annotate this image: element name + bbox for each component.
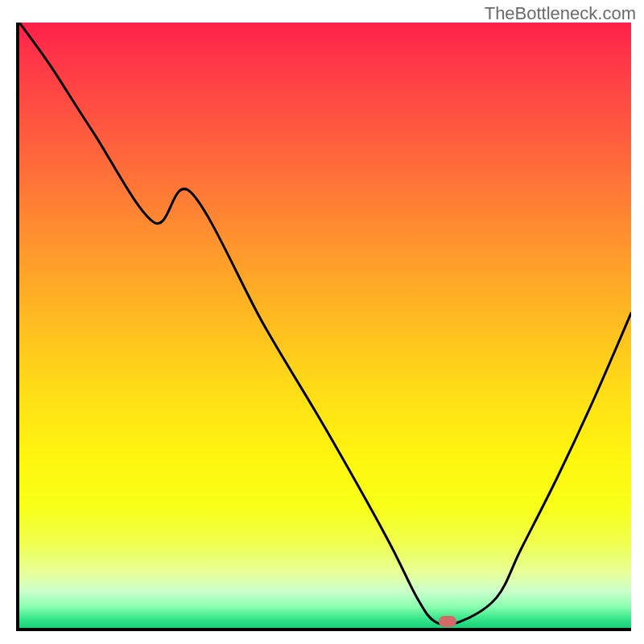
plot-area xyxy=(16,23,631,631)
watermark-text: TheBottleneck.com xyxy=(485,3,636,24)
bottleneck-curve xyxy=(19,23,631,625)
curve-svg xyxy=(19,23,631,628)
optimal-marker xyxy=(439,616,456,627)
chart-container: TheBottleneck.com xyxy=(0,0,644,644)
